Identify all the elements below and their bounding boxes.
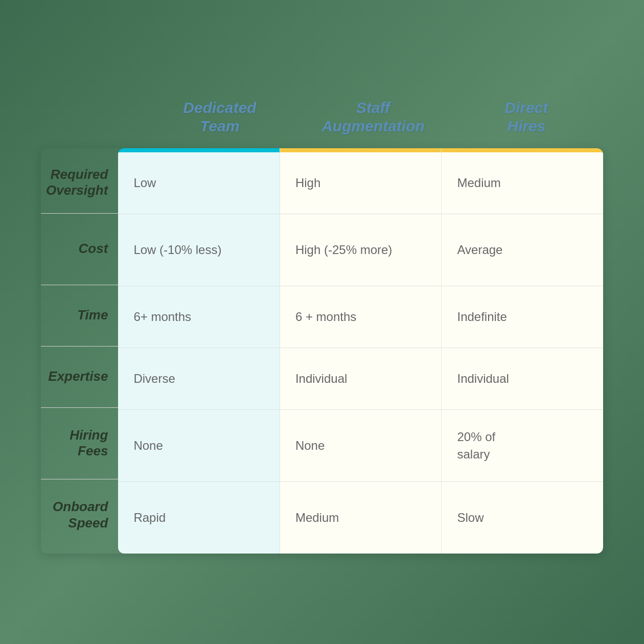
table-content: Low High Medium Low (-10% less) High (-2… (118, 148, 603, 554)
cell-expertise-col2: Individual (280, 348, 442, 409)
cell-time-col1: 6+ months (118, 286, 280, 348)
labels-column: RequiredOversight Cost Time Expertise Hi… (41, 148, 118, 554)
cell-onboard-speed-col1: Rapid (118, 482, 280, 554)
cell-hiring-fees-col2: None (280, 410, 442, 481)
row-label-expertise: Expertise (41, 347, 118, 408)
header-row: DedicatedTeam StaffAugmentation DirectHi… (41, 91, 603, 148)
cell-expertise-col1: Diverse (118, 348, 280, 409)
cell-required-oversight-col3: Medium (442, 152, 603, 214)
column-tops (118, 148, 603, 152)
col1-header: DedicatedTeam (143, 91, 296, 148)
cell-required-oversight-col1: Low (118, 152, 280, 214)
data-rows: Low High Medium Low (-10% less) High (-2… (118, 152, 603, 554)
cell-time-col3: Indefinite (442, 286, 603, 348)
row-label-cost: Cost (41, 214, 118, 285)
comparison-table: DedicatedTeam StaffAugmentation DirectHi… (41, 91, 603, 554)
col3-header: DirectHires (450, 91, 603, 148)
row-time: 6+ months 6 + months Indefinite (118, 286, 603, 348)
cell-onboard-speed-col2: Medium (280, 482, 442, 554)
cell-hiring-fees-col3: 20% ofsalary (442, 410, 603, 481)
row-required-oversight: Low High Medium (118, 152, 603, 214)
cell-time-col2: 6 + months (280, 286, 442, 348)
cell-expertise-col3: Individual (442, 348, 603, 409)
cell-cost-col2: High (-25% more) (280, 214, 442, 286)
col2-header: StaffAugmentation (296, 91, 450, 148)
row-hiring-fees: None None 20% ofsalary (118, 410, 603, 482)
row-label-onboard-speed: OnboardSpeed (41, 479, 118, 551)
col3-top-bar (441, 148, 603, 152)
col2-top-bar (280, 148, 442, 152)
cell-cost-col3: Average (442, 214, 603, 286)
row-label-required-oversight: RequiredOversight (41, 152, 118, 214)
cell-required-oversight-col2: High (280, 152, 442, 214)
row-onboard-speed: Rapid Medium Slow (118, 482, 603, 554)
row-label-time: Time (41, 285, 118, 347)
cell-onboard-speed-col3: Slow (442, 482, 603, 554)
row-expertise: Diverse Individual Individual (118, 348, 603, 410)
row-label-hiring-fees: HiringFees (41, 408, 118, 479)
col1-top-bar (118, 148, 280, 152)
cell-cost-col1: Low (-10% less) (118, 214, 280, 286)
cell-hiring-fees-col1: None (118, 410, 280, 481)
row-cost: Low (-10% less) High (-25% more) Average (118, 214, 603, 286)
table-wrapper: RequiredOversight Cost Time Expertise Hi… (41, 148, 603, 554)
